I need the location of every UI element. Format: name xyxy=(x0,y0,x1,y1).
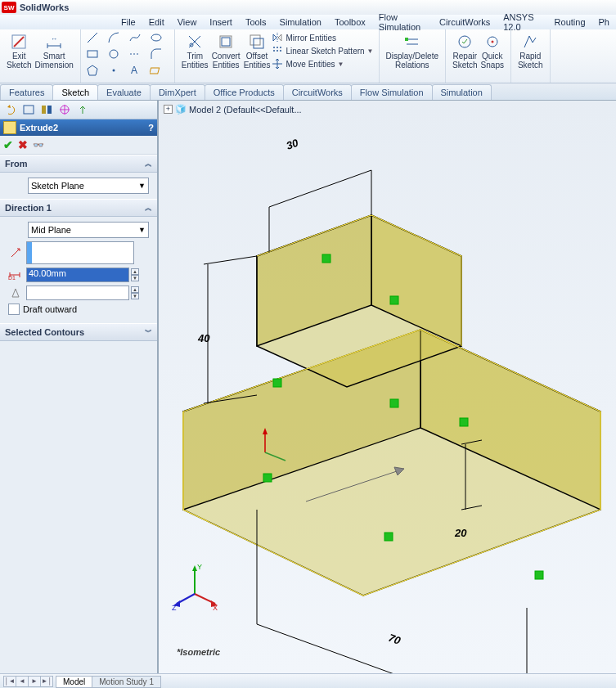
direction-vector-input[interactable] xyxy=(26,241,134,264)
menu-file[interactable]: File xyxy=(121,17,136,27)
ellipse-tool-icon[interactable] xyxy=(150,31,169,46)
plane-tool-icon[interactable] xyxy=(150,64,169,79)
svg-point-17 xyxy=(273,50,275,52)
menu-toolbox[interactable]: Toolbox xyxy=(335,17,366,27)
direction-combo[interactable]: Mid Plane ▼ xyxy=(28,222,149,238)
exit-sketch-button[interactable]: Exit Sketch xyxy=(7,31,32,70)
fillet-tool-icon[interactable] xyxy=(150,47,169,62)
pattern-button[interactable]: Linear Sketch Pattern▼ xyxy=(272,45,373,56)
menu-view[interactable]: View xyxy=(178,17,197,27)
tab-simulation[interactable]: Simulation xyxy=(432,84,492,100)
move-button[interactable]: Move Entities▼ xyxy=(272,58,373,70)
tab-circuitworks[interactable]: CircuitWorks xyxy=(283,84,352,100)
repair-icon xyxy=(456,33,474,51)
tab-features[interactable]: Features xyxy=(0,84,53,100)
trim-button[interactable]: Trim Entities xyxy=(182,31,209,70)
text-tool-icon[interactable]: A xyxy=(128,64,148,79)
direction-label: Direction 1 xyxy=(5,203,52,213)
svg-rect-11 xyxy=(222,38,230,46)
svg-text:Z: Z xyxy=(172,604,177,610)
tab-dimxpert[interactable]: DimXpert xyxy=(150,84,205,100)
move-label: Move Entities xyxy=(286,60,335,69)
repair-button[interactable]: Repair Sketch xyxy=(452,31,478,70)
convert-icon xyxy=(217,33,235,51)
graphics-viewport[interactable]: + 🧊 Model 2 (Default<<Default... xyxy=(159,101,616,673)
draft-icon[interactable] xyxy=(8,286,23,299)
svg-rect-44 xyxy=(263,474,272,482)
dim-20[interactable]: 20 xyxy=(454,527,467,539)
config-icon[interactable] xyxy=(21,103,36,116)
help-icon[interactable]: ? xyxy=(148,123,154,133)
svg-rect-43 xyxy=(535,571,543,579)
menu-photo[interactable]: Ph xyxy=(599,17,609,27)
centerline-tool-icon[interactable] xyxy=(128,47,148,62)
tab-motion-study[interactable]: Motion Study 1 xyxy=(92,676,161,688)
svg-marker-5 xyxy=(88,65,97,75)
tab-nav-buttons[interactable]: │◄◄►►│ xyxy=(3,676,52,687)
point-tool-icon[interactable] xyxy=(107,64,127,79)
svg-point-6 xyxy=(112,70,115,72)
relations-label: Display/Delete Relations xyxy=(386,52,438,70)
arc-tool-icon[interactable] xyxy=(107,31,127,46)
feature-title: Extrude2 xyxy=(20,123,58,133)
dim-40[interactable]: 40 xyxy=(197,332,210,344)
preview-icon[interactable]: 👓 xyxy=(33,140,44,151)
rect-tool-icon[interactable] xyxy=(86,47,106,62)
menu-routing[interactable]: Routing xyxy=(555,17,586,27)
draft-input[interactable] xyxy=(26,286,129,300)
menu-insert[interactable]: Insert xyxy=(209,17,232,27)
mirror-button[interactable]: Mirror Entities xyxy=(272,32,373,43)
svg-text:X: X xyxy=(213,604,218,610)
from-combo[interactable]: Sketch Plane ▼ xyxy=(28,178,149,194)
contours-header[interactable]: Selected Contours ︾ xyxy=(0,323,157,341)
pattern-icon xyxy=(272,45,283,56)
menu-circuitworks[interactable]: CircuitWorks xyxy=(439,17,490,27)
dimension-icon: ↔ xyxy=(45,33,63,51)
view-triad: Y X Z xyxy=(170,561,219,612)
line-tool-icon[interactable] xyxy=(86,31,106,46)
svg-point-16 xyxy=(280,47,281,48)
tab-flowsim[interactable]: Flow Simulation xyxy=(351,84,433,100)
reverse-icon[interactable] xyxy=(8,246,23,259)
svg-rect-3 xyxy=(88,51,97,57)
tab-model[interactable]: Model xyxy=(56,676,92,688)
cancel-icon[interactable]: ✖ xyxy=(18,138,28,151)
target-icon[interactable] xyxy=(57,103,72,116)
relations-button[interactable]: Display/Delete Relations xyxy=(386,31,438,70)
circle-tool-icon[interactable] xyxy=(107,47,127,62)
dim-70[interactable]: 70 xyxy=(387,632,402,647)
tab-evaluate[interactable]: Evaluate xyxy=(97,84,151,100)
rapid-icon xyxy=(521,33,539,51)
direction-value: Mid Plane xyxy=(31,225,71,235)
rapid-button[interactable]: Rapid Sketch xyxy=(518,31,543,70)
polygon-tool-icon[interactable] xyxy=(86,64,106,79)
menu-tools[interactable]: Tools xyxy=(245,17,267,27)
offset-button[interactable]: Offset Entities xyxy=(244,31,271,70)
snaps-button[interactable]: Quick Snaps xyxy=(481,31,504,70)
menu-edit[interactable]: Edit xyxy=(149,17,164,27)
contours-label: Selected Contours xyxy=(5,327,84,337)
undo-icon[interactable] xyxy=(3,103,18,116)
trim-icon xyxy=(186,33,204,51)
menu-simulation[interactable]: Simulation xyxy=(280,17,321,27)
uparrow-icon[interactable] xyxy=(75,103,90,116)
tab-sketch[interactable]: Sketch xyxy=(52,84,98,100)
spline-tool-icon[interactable] xyxy=(128,31,148,46)
tab-office[interactable]: Office Products xyxy=(205,84,284,100)
dim-30[interactable]: 30 xyxy=(285,137,300,152)
draft-outward-checkbox[interactable] xyxy=(8,304,20,315)
svg-text:↔: ↔ xyxy=(51,35,57,43)
direction-header[interactable]: Direction 1 ︽ xyxy=(0,199,157,217)
mirror-icon xyxy=(272,32,283,43)
display-icon[interactable] xyxy=(39,103,54,116)
from-header[interactable]: From ︽ xyxy=(0,155,157,173)
depth-spinner[interactable]: ▲▼ xyxy=(131,268,139,281)
svg-rect-12 xyxy=(250,35,260,45)
depth-input[interactable]: 40.00mm xyxy=(26,268,129,282)
chevron-up-icon: ︽ xyxy=(145,159,152,169)
ok-icon[interactable]: ✔ xyxy=(3,138,13,151)
mirror-label: Mirror Entities xyxy=(286,34,336,43)
convert-button[interactable]: Convert Entities xyxy=(212,31,241,70)
draft-spinner[interactable]: ▲▼ xyxy=(131,286,139,299)
smart-dimension-button[interactable]: ↔ Smart Dimension xyxy=(35,31,74,70)
